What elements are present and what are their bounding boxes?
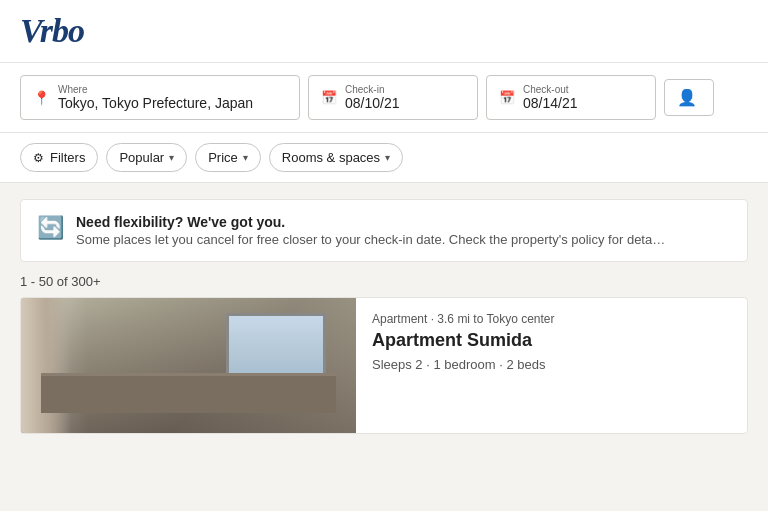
results-count: 1 - 50 of 300+ — [0, 262, 768, 297]
listing-image — [21, 298, 356, 433]
guests-field[interactable]: 👤 — [664, 79, 714, 116]
filters-bar: ⚙ Filters Popular ▾ Price ▾ Rooms & spac… — [0, 133, 768, 183]
listing-type: Apartment · 3.6 mi to Tokyo center — [372, 312, 731, 326]
checkin-label: Check-in — [345, 84, 400, 95]
filters-button[interactable]: ⚙ Filters — [20, 143, 98, 172]
listing-name: Apartment Sumida — [372, 330, 731, 351]
filters-label: Filters — [50, 150, 85, 165]
flexibility-banner: 🔄 Need flexibility? We've got you. Some … — [20, 199, 748, 262]
banner-subtitle: Some places let you cancel for free clos… — [76, 232, 665, 247]
checkout-field[interactable]: 📅 Check-out 08/14/21 — [486, 75, 656, 120]
chevron-down-icon: ▾ — [169, 152, 174, 163]
calendar-icon: 📅 — [321, 90, 337, 105]
where-label: Where — [58, 84, 253, 95]
price-button[interactable]: Price ▾ — [195, 143, 261, 172]
header: Vrbo — [0, 0, 768, 63]
listing-info: Apartment · 3.6 mi to Tokyo center Apart… — [356, 298, 747, 433]
price-label: Price — [208, 150, 238, 165]
flexibility-icon: 🔄 — [37, 215, 64, 241]
popular-label: Popular — [119, 150, 164, 165]
listing-details: Sleeps 2 · 1 bedroom · 2 beds — [372, 357, 731, 372]
checkout-value: 08/14/21 — [523, 95, 578, 111]
listing-card[interactable]: Apartment · 3.6 mi to Tokyo center Apart… — [20, 297, 748, 434]
chevron-down-icon-2: ▾ — [243, 152, 248, 163]
person-icon: 👤 — [677, 88, 697, 107]
calendar-icon-2: 📅 — [499, 90, 515, 105]
rooms-spaces-button[interactable]: Rooms & spaces ▾ — [269, 143, 403, 172]
checkin-value: 08/10/21 — [345, 95, 400, 111]
popular-button[interactable]: Popular ▾ — [106, 143, 187, 172]
chevron-down-icon-3: ▾ — [385, 152, 390, 163]
search-bar: 📍 Where Tokyo, Tokyo Prefecture, Japan 📅… — [0, 63, 768, 133]
checkin-field[interactable]: 📅 Check-in 08/10/21 — [308, 75, 478, 120]
logo[interactable]: Vrbo — [20, 12, 748, 50]
checkout-label: Check-out — [523, 84, 578, 95]
rooms-label: Rooms & spaces — [282, 150, 380, 165]
where-value: Tokyo, Tokyo Prefecture, Japan — [58, 95, 253, 111]
location-icon: 📍 — [33, 90, 50, 106]
banner-title: Need flexibility? We've got you. — [76, 214, 665, 230]
filter-icon: ⚙ — [33, 151, 44, 165]
where-field[interactable]: 📍 Where Tokyo, Tokyo Prefecture, Japan — [20, 75, 300, 120]
